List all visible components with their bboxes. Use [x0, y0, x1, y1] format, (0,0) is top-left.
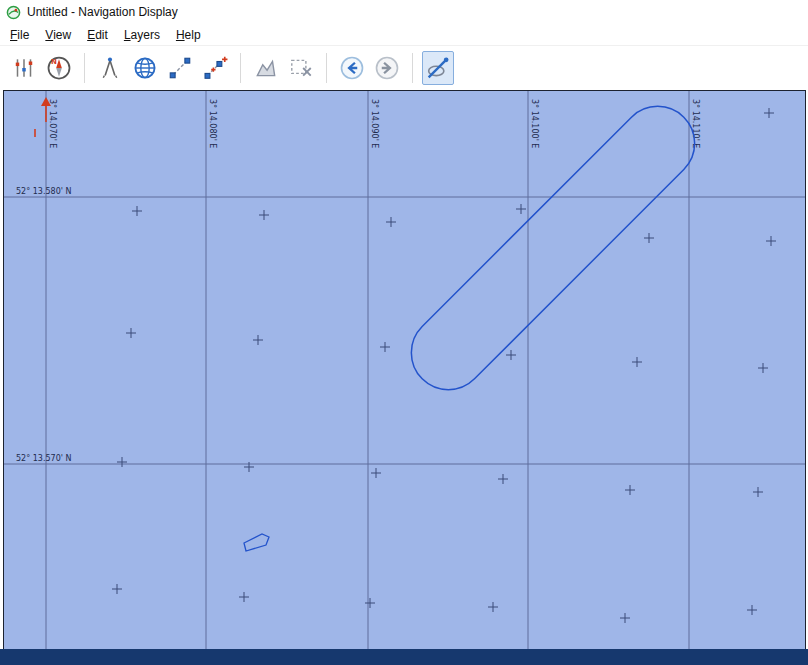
latitude-label: 52° 13.570' N — [16, 454, 71, 463]
zoom-back-icon — [338, 54, 366, 82]
menu-file[interactable]: File — [2, 26, 37, 44]
toolbar-separator — [326, 53, 327, 83]
display-settings-icon — [11, 55, 37, 81]
chart-canvas[interactable]: 3° 14.070' E3° 14.080' E3° 14.090' E3° 1… — [4, 91, 806, 649]
ship-outline[interactable] — [244, 534, 269, 551]
toolbar-separator — [412, 53, 413, 83]
svg-text:N: N — [51, 58, 57, 66]
toolbar-separator — [240, 53, 241, 83]
area-plot-button[interactable] — [250, 51, 282, 85]
bearing-line-icon — [424, 54, 452, 82]
latitude-label: 52° 13.580' N — [16, 187, 71, 196]
compass-button[interactable]: N — [43, 51, 75, 85]
graticule-labels: 3° 14.070' E3° 14.080' E3° 14.090' E3° 1… — [16, 99, 700, 463]
longitude-label: 3° 14.090' E — [370, 99, 379, 148]
area-plot-icon — [253, 55, 279, 81]
app-icon — [6, 5, 21, 20]
globe-button[interactable] — [129, 51, 161, 85]
menu-view[interactable]: View — [37, 26, 79, 44]
graticule-crosses — [112, 108, 776, 623]
menu-help[interactable]: Help — [168, 26, 209, 44]
title-bar: Untitled - Navigation Display — [0, 0, 808, 24]
chart-area: 3° 14.070' E3° 14.080' E3° 14.090' E3° 1… — [3, 90, 806, 649]
graticule-lines — [4, 91, 806, 649]
zoom-forward-button[interactable] — [371, 51, 403, 85]
longitude-label: 3° 14.110' E — [691, 99, 700, 148]
route-edit-icon — [202, 55, 228, 81]
zoom-back-button[interactable] — [336, 51, 368, 85]
longitude-label: 3° 14.070' E — [48, 99, 57, 148]
measure-line-icon — [167, 55, 193, 81]
menu-bar: FileViewEditLayersHelp — [0, 24, 808, 45]
menu-layers[interactable]: Layers — [116, 26, 168, 44]
window-title: Untitled - Navigation Display — [27, 5, 178, 19]
measure-line-button[interactable] — [164, 51, 196, 85]
longitude-label: 3° 14.100' E — [530, 99, 539, 148]
display-settings-button[interactable] — [8, 51, 40, 85]
divider-compass-icon — [97, 55, 123, 81]
toolbar-separator — [84, 53, 85, 83]
route-edit-button[interactable] — [199, 51, 231, 85]
compass-icon: N — [45, 54, 73, 82]
bottom-bar — [0, 649, 808, 665]
select-region-button[interactable] — [285, 51, 317, 85]
longitude-label: 3° 14.080' E — [208, 99, 217, 148]
toolbar: N — [0, 45, 808, 90]
globe-icon — [131, 54, 159, 82]
select-region-icon — [288, 55, 314, 81]
bearing-line-button[interactable] — [422, 51, 454, 85]
divider-compass-button[interactable] — [94, 51, 126, 85]
chart-region-outline[interactable] — [396, 91, 710, 405]
menu-edit[interactable]: Edit — [79, 26, 116, 44]
zoom-forward-icon — [373, 54, 401, 82]
